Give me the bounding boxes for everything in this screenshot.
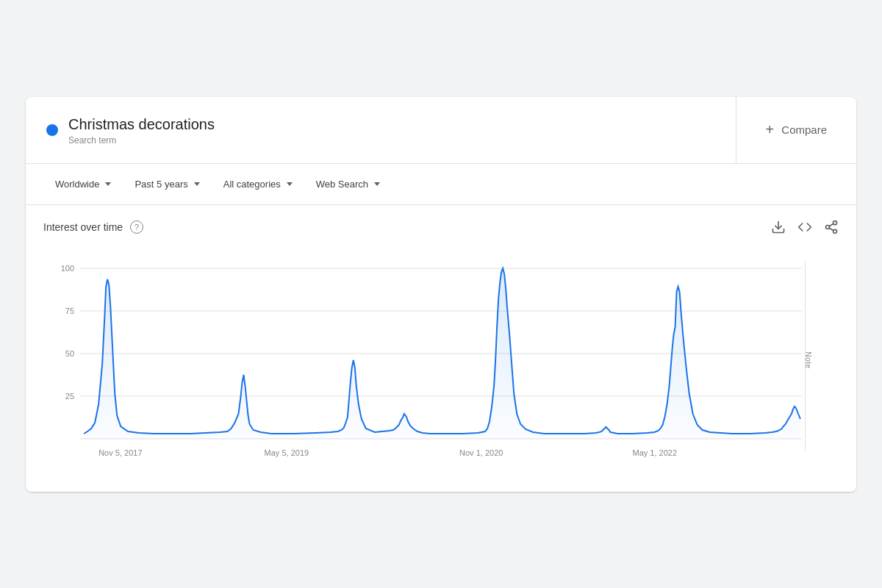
chart-title: Interest over time	[43, 221, 123, 233]
download-button[interactable]	[771, 220, 786, 234]
svg-text:100: 100	[61, 264, 74, 273]
search-term-section: Christmas decorations Search term	[26, 97, 736, 163]
svg-text:Nov 5, 2017: Nov 5, 2017	[98, 448, 142, 457]
svg-text:May 1, 2022: May 1, 2022	[632, 448, 677, 457]
svg-text:25: 25	[65, 392, 74, 401]
category-label: All categories	[223, 179, 281, 190]
chart-actions	[771, 220, 839, 234]
svg-text:75: 75	[65, 306, 74, 315]
region-label: Worldwide	[55, 179, 99, 190]
chart-header: Interest over time ?	[43, 220, 839, 234]
term-dot	[46, 124, 58, 136]
term-name: Christmas decorations	[68, 115, 215, 134]
share-icon	[824, 220, 839, 234]
svg-text:Nov 1, 2020: Nov 1, 2020	[459, 448, 503, 457]
note-label: Note	[804, 351, 812, 368]
time-label: Past 5 years	[135, 179, 187, 190]
chevron-down-icon	[105, 182, 111, 186]
region-filter[interactable]: Worldwide	[46, 174, 120, 194]
help-icon[interactable]: ?	[130, 220, 143, 234]
embed-button[interactable]	[797, 220, 812, 234]
svg-line-4	[829, 228, 833, 230]
embed-icon	[797, 220, 812, 234]
svg-text:50: 50	[65, 349, 74, 358]
term-info: Christmas decorations Search term	[68, 115, 215, 146]
chart-wrapper: Note 100 75 50 25 Nov 5, 2017 May 5, 201…	[43, 246, 839, 474]
compare-label: Compare	[781, 123, 827, 136]
help-icon-label: ?	[135, 223, 139, 232]
trend-line	[84, 268, 800, 434]
chevron-down-icon	[374, 182, 380, 186]
compare-section[interactable]: + Compare	[736, 97, 856, 163]
download-icon	[771, 220, 786, 234]
chart-title-row: Interest over time ?	[43, 220, 143, 234]
filters-bar: Worldwide Past 5 years All categories We…	[26, 164, 856, 205]
compare-plus-icon: +	[766, 121, 775, 138]
term-type: Search term	[68, 135, 215, 146]
svg-text:May 5, 2019: May 5, 2019	[265, 448, 309, 457]
category-filter[interactable]: All categories	[215, 174, 301, 194]
search-header: Christmas decorations Search term + Comp…	[26, 97, 856, 164]
search-type-filter[interactable]: Web Search	[307, 174, 389, 194]
search-type-label: Web Search	[316, 179, 368, 190]
main-container: Christmas decorations Search term + Comp…	[26, 97, 856, 492]
trend-chart: 100 75 50 25 Nov 5, 2017 May 5, 2019 Nov…	[43, 246, 839, 474]
share-button[interactable]	[824, 220, 839, 234]
svg-line-5	[829, 223, 833, 226]
chevron-down-icon	[287, 182, 293, 186]
time-filter[interactable]: Past 5 years	[126, 174, 208, 194]
chevron-down-icon	[194, 182, 200, 186]
chart-section: Interest over time ?	[26, 205, 856, 492]
